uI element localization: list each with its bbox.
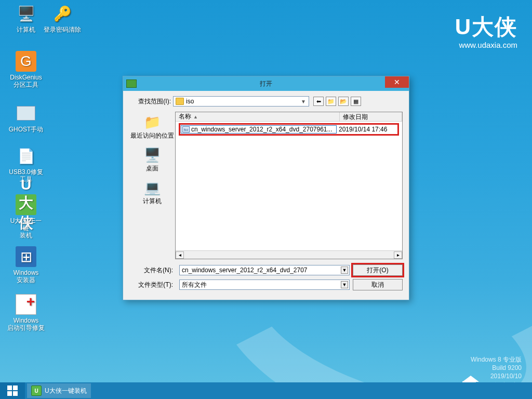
filetype-value: 所有文件 <box>182 281 207 289</box>
desktop-icon-label: Windows 安装器 <box>7 269 45 284</box>
chevron-down-icon[interactable]: ▼ <box>341 267 348 274</box>
filetype-dropdown[interactable]: 所有文件 ▼ <box>179 280 350 290</box>
scroll-left-button[interactable]: ◂ <box>176 251 184 259</box>
desktop-icon: 🖥️ <box>143 147 162 163</box>
windows-logo-icon <box>7 385 18 396</box>
svg-rect-0 <box>7 385 12 390</box>
brand-url: www.udaxia.com <box>455 41 517 49</box>
desktop-icon-label: 计算机 <box>7 26 45 33</box>
file-date: 2019/10/14 17:46 <box>337 126 397 133</box>
brand-name: U大侠 <box>455 12 517 42</box>
taskbar: U U大侠一键装机 <box>0 382 532 399</box>
sidebar-item-computer[interactable]: 💻 计算机 <box>143 179 162 206</box>
look-in-dropdown[interactable]: iso ▼ <box>173 96 309 107</box>
desktop-icon-windows-installer[interactable]: ⊞ Windows 安装器 <box>7 246 45 284</box>
drive-icon <box>16 103 36 124</box>
key-icon: 🔑 <box>52 3 73 24</box>
file-list-pane: 名称▲ 修改日期 iso cn_windows_server_2012_r2_x… <box>175 112 403 259</box>
desktop-icon-ghost[interactable]: GHOST手动 <box>7 103 45 133</box>
column-header-date[interactable]: 修改日期 <box>340 112 402 121</box>
places-sidebar: 📁 最近访问的位置 🖥️ 桌面 💻 计算机 <box>129 112 175 259</box>
sidebar-item-desktop[interactable]: 🖥️ 桌面 <box>143 147 162 173</box>
filetype-label: 文件类型(T): <box>129 281 176 289</box>
desktop-icon-clear-password[interactable]: 🔑 登录密码清除 <box>44 3 81 33</box>
filename-label: 文件名(N): <box>129 266 176 275</box>
filename-input[interactable]: cn_windows_server_2012_r2_x64_dvd_2707 ▼ <box>179 265 350 275</box>
cancel-button[interactable]: 取消 <box>353 279 403 290</box>
app-icon <box>126 79 137 88</box>
open-button[interactable]: 打开(O) <box>353 264 403 276</box>
desktop-icon-label: U大侠PE一键 装机 <box>7 217 45 239</box>
document-icon: 📄 <box>16 145 36 166</box>
recent-icon: 📁 <box>143 114 162 130</box>
watermark-line: Build 9200 <box>471 364 522 372</box>
desktop-icon-label: DiskGenius 分区工具 <box>7 74 45 88</box>
file-list-header: 名称▲ 修改日期 <box>176 112 402 122</box>
dialog-titlebar[interactable]: 打开 ✕ <box>123 76 409 91</box>
windows-icon: ⊞ <box>16 246 36 267</box>
look-in-label: 查找范围(I): <box>129 97 173 106</box>
file-row-highlight: iso cn_windows_server_2012_r2_x64_dvd_27… <box>179 123 399 136</box>
sidebar-item-recent[interactable]: 📁 最近访问的位置 <box>130 114 174 140</box>
nav-back-button[interactable]: ⬅ <box>313 97 324 106</box>
folder-icon <box>176 98 184 105</box>
file-list[interactable]: iso cn_windows_server_2012_r2_x64_dvd_27… <box>176 122 402 250</box>
nav-view-button[interactable]: ▦ <box>351 97 361 106</box>
nav-newfolder-button[interactable]: 📂 <box>338 97 349 106</box>
filename-value: cn_windows_server_2012_r2_x64_dvd_2707 <box>182 267 308 274</box>
file-row[interactable]: iso cn_windows_server_2012_r2_x64_dvd_27… <box>181 125 397 134</box>
udaxia-icon: U大侠 <box>16 194 36 215</box>
watermark-line: Windows 8 专业版 <box>471 355 522 364</box>
computer-icon: 🖥️ <box>16 3 36 24</box>
svg-rect-1 <box>13 385 18 390</box>
sidebar-item-label: 桌面 <box>143 164 162 173</box>
diskgenius-icon: G <box>16 51 36 72</box>
desktop-icon-udx-pe[interactable]: U大侠 U大侠PE一键 装机 <box>7 194 45 239</box>
desktop-icon-label: 登录密码清除 <box>44 26 81 33</box>
svg-rect-3 <box>13 391 18 396</box>
close-button[interactable]: ✕ <box>385 76 409 88</box>
dialog-title: 打开 <box>260 79 272 88</box>
taskbar-app-udaxia[interactable]: U U大侠一键装机 <box>27 383 91 398</box>
desktop-icon-label: GHOST手动 <box>7 126 45 133</box>
brand-logo: U大侠 www.udaxia.com <box>455 12 517 49</box>
udaxia-icon: U <box>31 385 42 396</box>
firstaid-icon <box>16 294 36 315</box>
sidebar-item-label: 最近访问的位置 <box>130 131 174 140</box>
sort-asc-icon: ▲ <box>193 114 198 119</box>
horizontal-scrollbar[interactable]: ◂ ▸ <box>176 250 402 259</box>
file-name: cn_windows_server_2012_r2_x64_dvd_270796… <box>191 126 332 133</box>
svg-rect-2 <box>7 391 12 396</box>
chevron-down-icon[interactable]: ▼ <box>299 97 308 105</box>
chevron-down-icon[interactable]: ▼ <box>341 281 348 288</box>
scroll-right-button[interactable]: ▸ <box>394 251 402 259</box>
taskbar-app-label: U大侠一键装机 <box>45 387 87 395</box>
look-in-folder-name: iso <box>186 98 194 105</box>
nav-up-button[interactable]: 📁 <box>326 97 336 106</box>
iso-file-icon: iso <box>182 126 190 132</box>
computer-icon: 💻 <box>143 179 162 196</box>
column-header-name[interactable]: 名称▲ <box>176 112 340 121</box>
desktop-icon-label: Windows 启动引导修复 <box>7 317 45 331</box>
open-file-dialog: 打开 ✕ 查找范围(I): iso ▼ ⬅ 📁 📂 ▦ 📁 最近访问的位置 <box>123 76 409 300</box>
desktop-icon-computer[interactable]: 🖥️ 计算机 <box>7 3 45 33</box>
start-button[interactable] <box>0 382 25 399</box>
sidebar-item-label: 计算机 <box>143 197 162 206</box>
desktop-icon-boot-repair[interactable]: Windows 启动引导修复 <box>7 294 45 331</box>
desktop-icon-diskgenius[interactable]: G DiskGenius 分区工具 <box>7 51 45 88</box>
